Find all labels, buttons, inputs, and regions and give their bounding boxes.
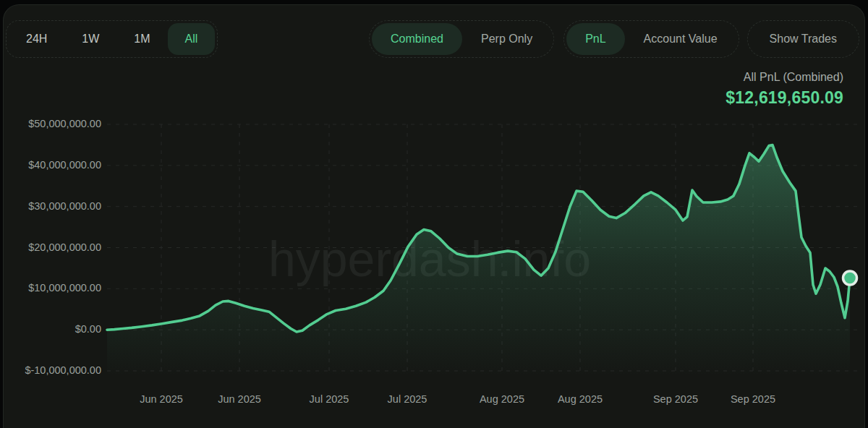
y-tick-label: $10,000,000.00 (0, 282, 101, 294)
y-tick-label: $0.00 (0, 323, 101, 335)
x-tick-label: Sep 2025 (731, 393, 775, 405)
x-tick-label: Jul 2025 (310, 393, 349, 405)
x-tick-label: Jul 2025 (388, 393, 427, 405)
y-tick-label: $40,000,000.00 (0, 159, 101, 171)
y-tick-label: $50,000,000.00 (0, 118, 101, 129)
pnl-area-fill (107, 145, 850, 384)
x-tick-label: Sep 2025 (653, 393, 698, 405)
last-point-marker[interactable] (843, 271, 857, 285)
x-tick-label: Aug 2025 (480, 393, 524, 405)
x-tick-label: Aug 2025 (558, 393, 603, 405)
y-tick-label: $-10,000,000.00 (0, 364, 101, 376)
pnl-chart[interactable]: hyperdash.info (0, 0, 868, 428)
x-tick-label: Jun 2025 (140, 393, 183, 405)
y-tick-label: $30,000,000.00 (0, 200, 101, 212)
y-tick-label: $20,000,000.00 (0, 241, 101, 253)
x-tick-label: Jun 2025 (218, 393, 261, 405)
